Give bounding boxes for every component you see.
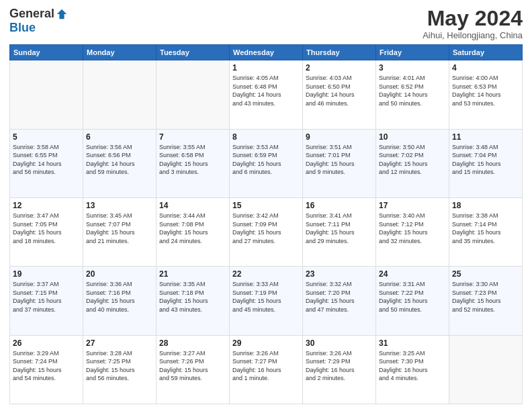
day-info: Sunrise: 3:44 AM Sunset: 7:08 PM Dayligh… [159,212,226,245]
day-number: 17 [379,201,446,210]
calendar-day-cell: 18Sunrise: 3:38 AM Sunset: 7:14 PM Dayli… [449,197,523,266]
day-info: Sunrise: 3:36 AM Sunset: 7:16 PM Dayligh… [86,280,153,314]
subtitle: Aihui, Heilongjiang, China [423,30,523,40]
day-number: 4 [452,63,519,73]
calendar-week-row: 1Sunrise: 4:05 AM Sunset: 6:48 PM Daylig… [10,60,523,129]
calendar-day-cell: 3Sunrise: 4:01 AM Sunset: 6:52 PM Daylig… [376,60,449,129]
calendar-table: SundayMondayTuesdayWednesdayThursdayFrid… [9,44,523,404]
day-info: Sunrise: 3:37 AM Sunset: 7:15 PM Dayligh… [13,280,80,314]
calendar-day-cell: 27Sunrise: 3:28 AM Sunset: 7:25 PM Dayli… [83,335,157,404]
calendar-day-header: Tuesday [157,45,230,60]
calendar-day-cell: 8Sunrise: 3:53 AM Sunset: 6:59 PM Daylig… [230,129,303,197]
calendar-day-cell: 1Sunrise: 4:05 AM Sunset: 6:48 PM Daylig… [230,60,303,129]
svg-marker-0 [57,9,66,18]
day-info: Sunrise: 3:32 AM Sunset: 7:20 PM Dayligh… [306,280,373,314]
calendar-header-row: SundayMondayTuesdayWednesdayThursdayFrid… [10,45,523,60]
day-info: Sunrise: 4:00 AM Sunset: 6:53 PM Dayligh… [452,74,519,107]
logo: General Blue [9,7,68,35]
day-info: Sunrise: 4:05 AM Sunset: 6:48 PM Dayligh… [232,74,300,107]
calendar-day-cell: 12Sunrise: 3:47 AM Sunset: 7:05 PM Dayli… [10,197,83,266]
logo-icon [56,8,68,20]
day-number: 16 [306,201,373,210]
calendar-day-cell: 23Sunrise: 3:32 AM Sunset: 7:20 PM Dayli… [303,267,376,335]
calendar-week-row: 12Sunrise: 3:47 AM Sunset: 7:05 PM Dayli… [10,197,523,266]
calendar-day-cell: 9Sunrise: 3:51 AM Sunset: 7:01 PM Daylig… [303,129,376,197]
day-info: Sunrise: 3:26 AM Sunset: 7:29 PM Dayligh… [306,349,373,383]
calendar-day-cell: 11Sunrise: 3:48 AM Sunset: 7:04 PM Dayli… [449,129,523,197]
day-info: Sunrise: 3:25 AM Sunset: 7:30 PM Dayligh… [379,349,446,383]
day-info: Sunrise: 3:38 AM Sunset: 7:14 PM Dayligh… [452,212,519,245]
calendar-day-cell: 31Sunrise: 3:25 AM Sunset: 7:30 PM Dayli… [376,335,449,404]
calendar-day-cell: 17Sunrise: 3:40 AM Sunset: 7:12 PM Dayli… [376,197,449,266]
day-number: 12 [13,201,80,210]
calendar-day-cell [157,60,230,129]
day-number: 8 [232,132,300,142]
day-number: 7 [159,132,226,142]
day-info: Sunrise: 3:47 AM Sunset: 7:05 PM Dayligh… [13,212,80,245]
calendar-day-cell: 28Sunrise: 3:27 AM Sunset: 7:26 PM Dayli… [157,335,230,404]
day-info: Sunrise: 3:27 AM Sunset: 7:26 PM Dayligh… [159,349,226,383]
calendar-day-cell: 13Sunrise: 3:45 AM Sunset: 7:07 PM Dayli… [83,197,157,266]
day-info: Sunrise: 3:48 AM Sunset: 7:04 PM Dayligh… [452,143,519,177]
day-info: Sunrise: 3:50 AM Sunset: 7:02 PM Dayligh… [379,143,446,177]
day-info: Sunrise: 3:53 AM Sunset: 6:59 PM Dayligh… [232,143,300,177]
day-info: Sunrise: 3:26 AM Sunset: 7:27 PM Dayligh… [232,349,300,383]
day-number: 19 [13,269,80,279]
day-info: Sunrise: 4:03 AM Sunset: 6:50 PM Dayligh… [306,74,373,107]
day-info: Sunrise: 3:31 AM Sunset: 7:22 PM Dayligh… [379,280,446,314]
calendar-day-cell: 5Sunrise: 3:58 AM Sunset: 6:55 PM Daylig… [10,129,83,197]
calendar-day-cell: 29Sunrise: 3:26 AM Sunset: 7:27 PM Dayli… [230,335,303,404]
calendar-day-cell: 2Sunrise: 4:03 AM Sunset: 6:50 PM Daylig… [303,60,376,129]
calendar-week-row: 5Sunrise: 3:58 AM Sunset: 6:55 PM Daylig… [10,129,523,197]
main-title: May 2024 [423,7,523,30]
day-info: Sunrise: 3:30 AM Sunset: 7:23 PM Dayligh… [452,280,519,314]
day-number: 3 [379,63,446,73]
day-number: 26 [13,338,80,348]
day-number: 31 [379,338,446,348]
day-info: Sunrise: 3:28 AM Sunset: 7:25 PM Dayligh… [86,349,153,383]
day-info: Sunrise: 3:45 AM Sunset: 7:07 PM Dayligh… [86,212,153,245]
day-number: 21 [159,269,226,279]
day-number: 15 [232,201,300,210]
day-info: Sunrise: 3:40 AM Sunset: 7:12 PM Dayligh… [379,212,446,245]
day-number: 1 [232,63,300,73]
day-number: 14 [159,201,226,210]
calendar-day-cell: 14Sunrise: 3:44 AM Sunset: 7:08 PM Dayli… [157,197,230,266]
logo-general-text: General [9,7,54,21]
calendar-day-cell: 6Sunrise: 3:56 AM Sunset: 6:56 PM Daylig… [83,129,157,197]
day-info: Sunrise: 3:42 AM Sunset: 7:09 PM Dayligh… [232,212,300,245]
day-number: 27 [86,338,153,348]
day-number: 13 [86,201,153,210]
day-info: Sunrise: 3:29 AM Sunset: 7:24 PM Dayligh… [13,349,80,383]
calendar-day-cell: 7Sunrise: 3:55 AM Sunset: 6:58 PM Daylig… [157,129,230,197]
calendar-day-header: Saturday [449,45,523,60]
day-info: Sunrise: 3:58 AM Sunset: 6:55 PM Dayligh… [13,143,80,177]
calendar-day-cell: 4Sunrise: 4:00 AM Sunset: 6:53 PM Daylig… [449,60,523,129]
day-number: 25 [452,269,519,279]
title-block: May 2024 Aihui, Heilongjiang, China [423,7,523,40]
calendar-day-cell: 15Sunrise: 3:42 AM Sunset: 7:09 PM Dayli… [230,197,303,266]
day-info: Sunrise: 3:35 AM Sunset: 7:18 PM Dayligh… [159,280,226,314]
calendar-day-cell: 21Sunrise: 3:35 AM Sunset: 7:18 PM Dayli… [157,267,230,335]
calendar-day-cell [83,60,157,129]
calendar-day-cell: 10Sunrise: 3:50 AM Sunset: 7:02 PM Dayli… [376,129,449,197]
day-number: 10 [379,132,446,142]
day-number: 20 [86,269,153,279]
calendar-day-cell: 20Sunrise: 3:36 AM Sunset: 7:16 PM Dayli… [83,267,157,335]
day-number: 23 [306,269,373,279]
day-info: Sunrise: 3:41 AM Sunset: 7:11 PM Dayligh… [306,212,373,245]
calendar-week-row: 26Sunrise: 3:29 AM Sunset: 7:24 PM Dayli… [10,335,523,404]
day-number: 22 [232,269,300,279]
day-number: 29 [232,338,300,348]
day-number: 24 [379,269,446,279]
calendar-day-cell: 19Sunrise: 3:37 AM Sunset: 7:15 PM Dayli… [10,267,83,335]
calendar-day-cell: 30Sunrise: 3:26 AM Sunset: 7:29 PM Dayli… [303,335,376,404]
calendar-day-cell: 22Sunrise: 3:33 AM Sunset: 7:19 PM Dayli… [230,267,303,335]
day-number: 28 [159,338,226,348]
calendar-day-header: Sunday [10,45,83,60]
day-info: Sunrise: 3:56 AM Sunset: 6:56 PM Dayligh… [86,143,153,177]
day-number: 18 [452,201,519,210]
calendar-day-header: Thursday [303,45,376,60]
calendar-day-header: Wednesday [230,45,303,60]
day-info: Sunrise: 3:33 AM Sunset: 7:19 PM Dayligh… [232,280,300,314]
